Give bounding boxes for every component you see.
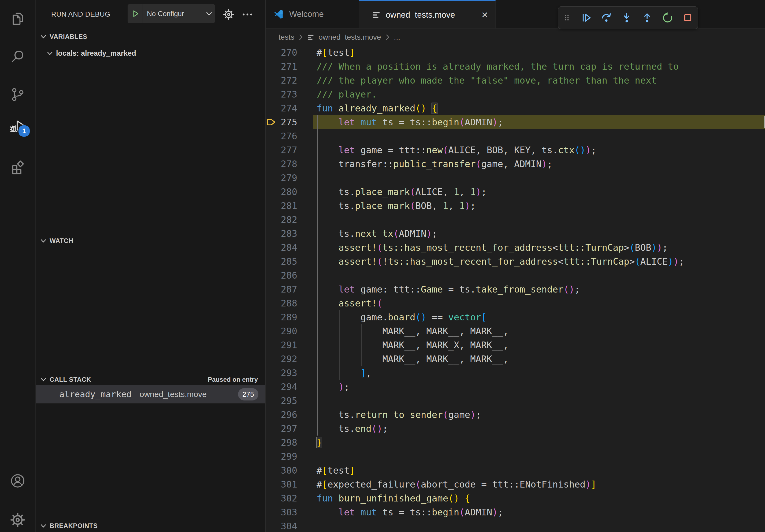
line-number[interactable]: 276 [266, 129, 297, 143]
tab-label: Welcome [289, 9, 324, 19]
code-line: 284 assert!(ts::has_most_recent_for_addr… [266, 241, 765, 254]
code-text: let mut ts = ts::begin(ADMIN); [317, 505, 503, 519]
section-label: WATCH [50, 237, 73, 245]
line-number[interactable]: 270 [266, 46, 297, 60]
paused-status-text: Paused on entry [208, 372, 258, 387]
line-number[interactable]: 296 [266, 408, 297, 421]
line-number[interactable]: 280 [266, 185, 297, 199]
code-line: 291 MARK__, MARK_X, MARK__, [266, 338, 765, 352]
extensions-icon[interactable] [0, 152, 35, 181]
section-variables[interactable]: VARIABLES [36, 30, 265, 44]
section-watch[interactable]: WATCH [36, 234, 265, 248]
chevron-right-icon [299, 34, 303, 40]
debug-session-badge: 1 [18, 125, 31, 137]
code-line: 303 let mut ts = ts::begin(ADMIN); [266, 505, 765, 519]
line-number[interactable]: 303 [266, 505, 297, 519]
line-number[interactable]: 298 [266, 435, 297, 449]
line-number[interactable]: 299 [266, 449, 297, 463]
line-number[interactable]: 292 [266, 352, 297, 366]
line-number[interactable]: 277 [266, 143, 297, 157]
code-text: /// the player who made the "false" move… [317, 73, 657, 87]
line-number[interactable]: 300 [266, 463, 297, 477]
line-number[interactable]: 301 [266, 477, 297, 491]
explorer-icon[interactable] [0, 4, 35, 34]
code-text: ts.next_tx(ADMIN); [317, 227, 437, 241]
frame-function-name: already_marked [59, 389, 132, 399]
line-number[interactable]: 294 [266, 380, 297, 394]
settings-gear-icon[interactable] [0, 505, 35, 532]
code-line: 292 MARK__, MARK__, MARK__, [266, 352, 765, 366]
line-number[interactable]: 295 [266, 394, 297, 408]
step-over-button[interactable] [600, 12, 612, 24]
line-number[interactable]: 284 [266, 241, 297, 254]
step-out-button[interactable] [641, 12, 653, 24]
stop-button[interactable] [682, 12, 694, 24]
breadcrumb-item[interactable]: ... [394, 33, 400, 42]
line-number[interactable]: 286 [266, 268, 297, 282]
line-number[interactable]: 297 [266, 421, 297, 435]
frame-line-badge: 275 [238, 388, 259, 400]
call-stack-frame[interactable]: already_marked owned_tests.move 275 [36, 385, 265, 403]
vscode-logo-icon [273, 8, 285, 20]
debug-settings-gear-icon[interactable] [222, 8, 235, 21]
source-control-icon[interactable] [0, 80, 35, 109]
step-into-button[interactable] [620, 12, 633, 24]
code-text: ], [317, 366, 372, 380]
line-number[interactable]: 283 [266, 227, 297, 241]
close-icon[interactable]: ✕ [481, 11, 488, 19]
debug-current-line-arrow-icon [266, 118, 276, 127]
variables-scope-locals[interactable]: locals: already_marked [36, 46, 265, 61]
chevron-down-icon[interactable] [206, 11, 215, 16]
line-number[interactable]: 287 [266, 282, 297, 296]
code-line: 286 [266, 268, 765, 282]
section-call-stack[interactable]: CALL STACK Paused on entry [36, 372, 265, 387]
start-debug-button[interactable] [128, 4, 143, 23]
code-line: 304 [266, 519, 765, 532]
line-number[interactable]: 302 [266, 491, 297, 505]
tab-welcome[interactable]: Welcome [266, 0, 359, 28]
code-text: fun burn_unfinished_game() { [317, 491, 470, 505]
line-number[interactable]: 279 [266, 171, 297, 185]
code-text: MARK__, MARK_X, MARK__, [317, 338, 508, 352]
line-number[interactable]: 290 [266, 324, 297, 338]
line-number[interactable]: 289 [266, 310, 297, 324]
more-actions-icon[interactable] [241, 8, 254, 21]
line-number[interactable]: 293 [266, 366, 297, 380]
activity-bar: 1 [0, 0, 36, 532]
line-number[interactable]: 304 [266, 519, 297, 532]
line-number[interactable]: 288 [266, 296, 297, 310]
code-line: 302fun burn_unfinished_game() { [266, 491, 765, 505]
breadcrumb-item[interactable]: tests [279, 33, 294, 42]
line-number[interactable]: 274 [266, 101, 297, 115]
line-number[interactable]: 278 [266, 157, 297, 171]
search-icon[interactable] [0, 42, 35, 72]
code-text: #[expected_failure(abort_code = ttt::ENo… [317, 477, 596, 491]
config-dropdown-label[interactable]: No Configur [143, 10, 206, 18]
restart-button[interactable] [661, 12, 674, 24]
line-number[interactable]: 282 [266, 213, 297, 227]
code-line: 281 ts.place_mark(BOB, 1, 1); [266, 199, 765, 213]
code-line: 280 ts.place_mark(ALICE, 1, 1); [266, 185, 765, 199]
code-line: 274fun already_marked() { [266, 101, 765, 115]
tab-owned-tests-move[interactable]: owned_tests.move ✕ [359, 0, 495, 28]
run-and-debug-icon[interactable]: 1 [0, 109, 35, 144]
run-config-control[interactable]: No Configur [128, 4, 215, 23]
code-line: 294 ); [266, 380, 765, 394]
line-number[interactable]: 281 [266, 199, 297, 213]
code-line: 276 [266, 129, 765, 143]
code-text: game.board() == vector[ [317, 310, 487, 324]
line-number[interactable]: 271 [266, 60, 297, 73]
code-text: assert!(!ts::has_most_recent_for_address… [317, 254, 684, 268]
code-editor[interactable]: 270#[test]271/// When a position is alre… [266, 46, 765, 532]
section-breakpoints[interactable]: BREAKPOINTS [36, 519, 265, 532]
account-icon[interactable] [0, 466, 35, 496]
line-number[interactable]: 273 [266, 87, 297, 101]
code-line: 282 [266, 213, 765, 227]
chevron-down-icon [47, 50, 53, 56]
drag-handle-icon[interactable] [562, 12, 572, 24]
line-number[interactable]: 285 [266, 254, 297, 268]
breadcrumb-item[interactable]: owned_tests.move [319, 33, 381, 42]
line-number[interactable]: 291 [266, 338, 297, 352]
continue-button[interactable] [580, 12, 592, 24]
line-number[interactable]: 272 [266, 73, 297, 87]
